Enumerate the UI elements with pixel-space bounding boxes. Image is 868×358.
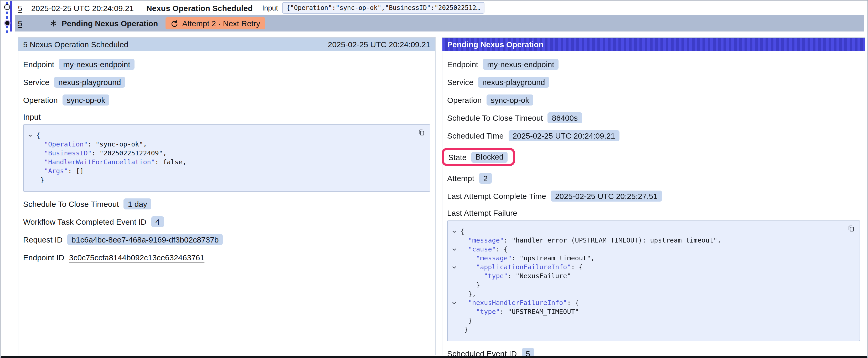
field-value-badge: 86400s	[548, 112, 582, 123]
collapse-toggle-icon[interactable]	[28, 131, 36, 140]
panel-title: 5 Nexus Operation Scheduled	[23, 40, 128, 49]
code-gutter	[28, 149, 36, 158]
code-line: "BusinessID": "20250225122409",	[28, 149, 425, 158]
code-gutter	[28, 158, 36, 166]
event-id-link[interactable]: 5	[18, 19, 22, 28]
retry-icon	[170, 20, 178, 27]
code-line: {	[28, 131, 425, 140]
field-state: State Blocked	[447, 148, 860, 166]
field-attempt: Attempt 2	[447, 173, 860, 184]
field-value-badge: nexus-playground	[478, 77, 549, 88]
event-detail-label: Input	[262, 4, 278, 12]
field-label: Service	[23, 78, 50, 87]
pending-panel-header: Pending Nexus Operation	[442, 38, 865, 51]
code-gutter	[28, 175, 36, 184]
collapse-toggle-icon[interactable]	[452, 298, 460, 307]
field-schedule-to-close-timeout: Schedule To Close Timeout 1 day	[23, 198, 430, 209]
failure-section-label: Last Attempt Failure	[447, 208, 860, 217]
panel-time: 2025-02-25 UTC 20:24:09.21	[328, 40, 430, 49]
field-value-badge: my-nexus-endpoint	[59, 59, 134, 70]
field-value-badge: sync-op-ok	[487, 95, 533, 105]
field-label: Schedule To Close Timeout	[23, 199, 119, 208]
collapse-toggle-icon[interactable]	[452, 262, 460, 271]
retry-status-badge: Attempt 2 · Next Retry	[165, 17, 265, 29]
pending-operation-panel: Pending Nexus Operation Endpoint my-nexu…	[442, 37, 865, 355]
field-value-badge: sync-op-ok	[63, 95, 110, 105]
field-value-badge: 2	[479, 173, 492, 184]
code-line: },	[452, 289, 854, 298]
state-value-badge: Blocked	[471, 152, 508, 162]
field-value-badge: 4	[151, 216, 164, 227]
event-title: Nexus Operation Scheduled	[146, 3, 253, 12]
code-line: "type": "UPSTREAM_TIMEOUT"	[452, 307, 854, 316]
bottom-divider	[1, 356, 867, 358]
code-gutter	[452, 280, 460, 289]
code-line: }	[28, 175, 425, 184]
code-gutter	[452, 307, 460, 316]
input-json-viewer: { "Operation": "sync-op-ok", "BusinessID…	[23, 124, 430, 192]
event-row-scheduled[interactable]: 5 2025-02-25 UTC 20:24:09.21 Nexus Opera…	[1, 1, 867, 15]
field-label: Workflow Task Completed Event ID	[23, 217, 146, 226]
field-operation: Operation sync-op-ok	[23, 95, 430, 105]
field-operation: Operation sync-op-ok	[447, 95, 860, 105]
code-gutter	[28, 140, 36, 149]
field-workflow-task-completed-event-id: Workflow Task Completed Event ID 4	[23, 216, 430, 227]
failure-json-viewer: { "message": "handler error (UPSTREAM_TI…	[447, 221, 860, 341]
field-schedule-to-close-timeout: Schedule To Close Timeout 86400s	[447, 112, 860, 123]
field-value-badge: 2025-02-25 UTC 20:25:27.51	[551, 191, 662, 202]
field-service: Service nexus-playground	[447, 77, 860, 88]
copy-icon[interactable]	[417, 128, 426, 138]
field-value-badge: 1 day	[124, 198, 151, 209]
event-title: Pending Nexus Operation	[62, 19, 158, 28]
code-gutter	[452, 254, 460, 262]
event-time: 2025-02-25 UTC 20:24:09.21	[31, 3, 134, 12]
scheduled-event-panel: 5 Nexus Operation Scheduled 2025-02-25 U…	[18, 37, 436, 355]
retry-label: Attempt 2 · Next Retry	[182, 19, 260, 28]
code-gutter	[452, 325, 460, 334]
field-label: Endpoint	[23, 60, 54, 69]
collapse-toggle-icon[interactable]	[452, 227, 460, 236]
code-gutter	[452, 289, 460, 298]
input-section-label: Input	[23, 112, 430, 121]
code-line: "cause": {	[452, 245, 854, 254]
field-last-attempt-complete-time: Last Attempt Complete Time 2025-02-25 UT…	[447, 191, 860, 202]
field-endpoint: Endpoint my-nexus-endpoint	[23, 59, 430, 70]
code-line: "HandlerWaitForCancellation": false,	[28, 158, 425, 166]
code-line: }	[452, 316, 854, 325]
event-history-view: 5 2025-02-25 UTC 20:24:09.21 Nexus Opera…	[0, 0, 868, 358]
code-line: {	[452, 227, 854, 236]
code-line: "nexusHandlerFailureInfo": {	[452, 298, 854, 307]
code-line: "message": "upstream timeout",	[452, 254, 854, 262]
field-request-id: Request ID b1c6a4bc-8ee7-468a-9169-df3b0…	[23, 234, 430, 245]
field-endpoint: Endpoint my-nexus-endpoint	[447, 59, 860, 70]
field-value-badge: my-nexus-endpoint	[483, 59, 558, 70]
event-id-link[interactable]: 5	[18, 3, 22, 12]
endpoint-id-link[interactable]: 3c0c75ccfa8144b092c13ce632463761	[69, 253, 205, 262]
event-input-preview[interactable]: {"Operation":"sync-op-ok","BusinessID":"…	[282, 2, 484, 14]
event-row-pending[interactable]: 5 Pending Nexus Operation Attempt 2 · Ne…	[15, 15, 864, 32]
code-gutter	[452, 316, 460, 325]
field-label: Attempt	[447, 174, 474, 183]
field-value-badge: 2025-02-25 UTC 20:24:09.21	[508, 130, 619, 141]
field-label: Service	[447, 78, 473, 87]
code-line: }	[452, 325, 854, 334]
field-label: Request ID	[23, 235, 63, 244]
timeline-node-open-icon	[4, 4, 10, 10]
timeline-node-current-icon	[4, 20, 10, 26]
code-line: "type": "NexusFailure"	[452, 271, 854, 280]
field-label: Scheduled Time	[447, 131, 504, 140]
state-highlight-box: State Blocked	[442, 148, 515, 166]
field-value-badge: nexus-playground	[54, 77, 125, 88]
field-label: State	[448, 153, 467, 161]
copy-icon[interactable]	[846, 224, 856, 235]
field-service: Service nexus-playground	[23, 77, 430, 88]
timeline-selection-bar	[10, 1, 12, 32]
code-line: "message": "handler error (UPSTREAM_TIME…	[452, 236, 854, 245]
field-value-badge: b1c6a4bc-8ee7-468a-9169-df3b02c8737b	[67, 234, 223, 245]
field-endpoint-id: Endpoint ID 3c0c75ccfa8144b092c13ce63246…	[23, 252, 430, 263]
field-scheduled-time: Scheduled Time 2025-02-25 UTC 20:24:09.2…	[447, 130, 860, 141]
field-label: Schedule To Close Timeout	[447, 113, 543, 122]
field-label: Endpoint ID	[23, 253, 64, 262]
code-line: }	[452, 280, 854, 289]
collapse-toggle-icon[interactable]	[452, 245, 460, 254]
